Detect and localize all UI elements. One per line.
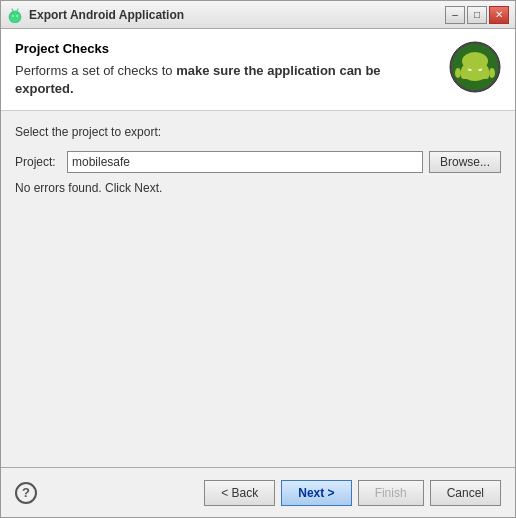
header-section: Project Checks Performs a set of checks … — [1, 29, 515, 111]
help-button[interactable]: ? — [15, 482, 37, 504]
project-input[interactable] — [67, 151, 423, 173]
svg-point-12 — [455, 68, 461, 78]
window-title: Export Android Application — [29, 8, 445, 22]
android-logo — [449, 41, 501, 93]
description-plain: Performs a set of checks to — [15, 63, 176, 78]
select-label: Select the project to export: — [15, 125, 501, 139]
svg-point-13 — [489, 68, 495, 78]
next-button[interactable]: Next > — [281, 480, 351, 506]
finish-button[interactable]: Finish — [358, 480, 424, 506]
svg-line-6 — [12, 9, 13, 11]
project-row: Project: Browse... — [15, 151, 501, 173]
content-spacer — [15, 203, 501, 453]
svg-point-5 — [16, 15, 18, 17]
header-description: Performs a set of checks to make sure th… — [15, 62, 439, 98]
project-label: Project: — [15, 155, 61, 169]
minimize-button[interactable]: – — [445, 6, 465, 24]
footer-right: < Back Next > Finish Cancel — [204, 480, 501, 506]
cancel-button[interactable]: Cancel — [430, 480, 501, 506]
content-area: Project Checks Performs a set of checks … — [1, 29, 515, 517]
svg-point-18 — [462, 52, 488, 70]
main-section: Select the project to export: Project: B… — [1, 111, 515, 467]
footer: ? < Back Next > Finish Cancel — [1, 467, 515, 517]
status-text: No errors found. Click Next. — [15, 181, 501, 195]
window-controls: – □ ✕ — [445, 6, 509, 24]
window-icon — [7, 7, 23, 23]
header-text: Project Checks Performs a set of checks … — [15, 41, 439, 98]
svg-line-7 — [17, 9, 18, 11]
close-button[interactable]: ✕ — [489, 6, 509, 24]
back-button[interactable]: < Back — [204, 480, 275, 506]
header-title: Project Checks — [15, 41, 439, 56]
svg-point-4 — [12, 15, 14, 17]
footer-left: ? — [15, 482, 37, 504]
browse-button[interactable]: Browse... — [429, 151, 501, 173]
main-window: Export Android Application – □ ✕ Project… — [0, 0, 516, 518]
maximize-button[interactable]: □ — [467, 6, 487, 24]
title-bar: Export Android Application – □ ✕ — [1, 1, 515, 29]
svg-rect-11 — [461, 71, 489, 79]
svg-rect-3 — [11, 13, 19, 18]
